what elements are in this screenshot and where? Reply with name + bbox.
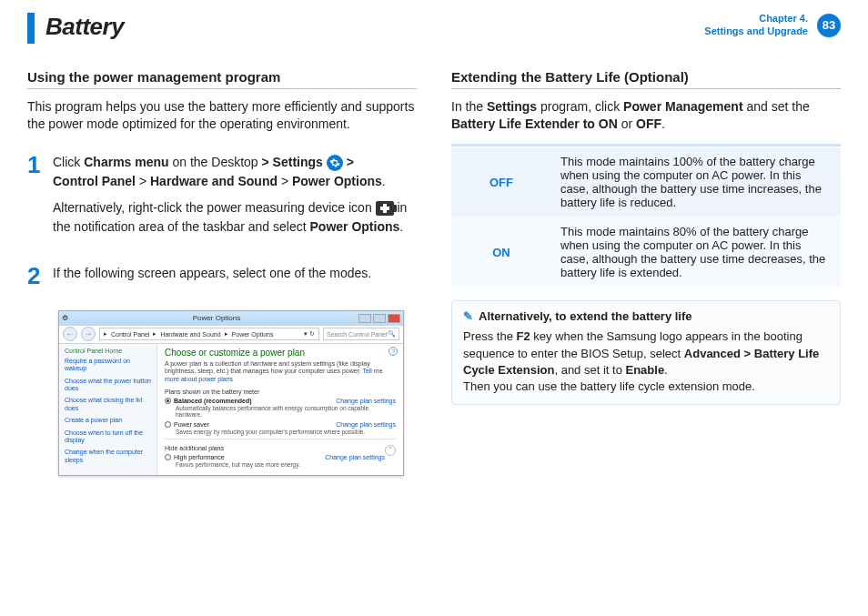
text: program, click [537, 99, 623, 114]
text-bold: Settings [269, 155, 327, 169]
mode-on-label: ON [451, 217, 551, 288]
text: > [278, 174, 292, 188]
step-2-number: 2 [27, 264, 44, 290]
text-bold: Power Options [310, 219, 400, 234]
nav-forward-button[interactable]: → [81, 327, 96, 341]
note-body: Press the F2 key when the Samsung logo a… [463, 328, 829, 395]
breadcrumb[interactable]: ▸ Control Panel ▸ Hardware and Sound ▸ P… [99, 328, 319, 340]
plan-highperf[interactable]: High performance Change plan settings [165, 454, 385, 460]
text-bold: Control Panel [53, 174, 136, 188]
text: In the [451, 99, 487, 114]
sidebar-link[interactable]: Choose what closing the lid does [65, 397, 151, 412]
text-bold: OFF [636, 116, 661, 131]
window-icon: ⚙ [62, 314, 75, 322]
sidebar-link[interactable]: Change when the computer sleeps [65, 449, 151, 464]
help-icon[interactable]: ? [389, 347, 398, 356]
battery-tray-icon [376, 201, 394, 216]
note-box: ✎ Alternatively, to extend the battery l… [451, 300, 841, 405]
text-bold: Charms menu [84, 155, 168, 169]
sidebar-link[interactable]: Choose what the power button does [65, 378, 151, 393]
text: Alternatively, right-click the power mea… [53, 200, 376, 215]
change-plan-link[interactable]: Change plan settings [336, 421, 396, 428]
step-1-number: 1 [27, 153, 44, 244]
mode-off-label: OFF [451, 147, 551, 217]
radio-icon[interactable] [165, 421, 171, 428]
text-bold: > [262, 155, 269, 169]
step-1: 1 Click Charms menu on the Desktop > Set… [27, 153, 417, 244]
text-bold: Hardware and Sound [150, 174, 278, 188]
power-options-window: ⚙ Power Options ← → ▸ Control Panel ▸ Ha… [58, 310, 404, 476]
chapter-label: Chapter 4. Settings and Upgrade [704, 13, 808, 38]
radio-icon[interactable] [165, 454, 171, 460]
table-row: OFF This mode maintains 100% of the batt… [451, 147, 841, 217]
text: . [661, 116, 665, 131]
radio-selected-icon[interactable] [165, 398, 171, 404]
text-bold: Settings [487, 99, 537, 114]
plan-name: Balanced (recommended) [174, 398, 252, 404]
page-number-badge: 83 [817, 14, 841, 37]
text: or [618, 116, 636, 131]
plan-balanced[interactable]: Balanced (recommended) Change plan setti… [165, 398, 396, 404]
text: . [399, 219, 403, 234]
main-heading: Choose or customize a power plan [165, 348, 396, 358]
text: . [382, 174, 386, 188]
settings-gear-icon [327, 155, 343, 171]
plan-desc: Saves energy by reducing your computer's… [176, 429, 396, 435]
text: Click [53, 155, 84, 169]
plan-powersaver[interactable]: Power saver Change plan settings [165, 421, 396, 428]
text-bold: Power Management [623, 99, 742, 114]
mode-table: OFF This mode maintains 100% of the batt… [451, 144, 841, 288]
text-bold: > [347, 155, 354, 169]
text: Then you can use the battery life cycle … [463, 379, 755, 393]
window-close-button[interactable] [388, 314, 400, 323]
window-min-button[interactable] [358, 314, 371, 323]
window-navbar: ← → ▸ Control Panel ▸ Hardware and Sound… [59, 326, 403, 344]
note-title: Alternatively, to extend the battery lif… [479, 308, 692, 325]
left-intro: This program helps you use the battery m… [27, 98, 417, 133]
left-column: Using the power management program This … [27, 69, 417, 476]
text: Press the [463, 329, 517, 343]
text-bold: Enable [625, 363, 664, 377]
text-bold: Battery Life Extender to ON [451, 116, 618, 131]
plan-desc: Automatically balances performance with … [176, 405, 396, 418]
text: , and set it to [554, 363, 625, 377]
collapse-icon[interactable]: ˄ [385, 445, 396, 456]
text-bold: Power Options [292, 174, 382, 188]
change-plan-link[interactable]: Change plan settings [336, 398, 396, 404]
text: . [664, 363, 668, 377]
window-main: ? Choose or customize a power plan A pow… [157, 344, 403, 475]
right-intro: In the Settings program, click Power Man… [451, 98, 841, 133]
main-desc: A power plan is a collection of hardware… [165, 360, 370, 374]
crumb-item: Control Panel [111, 331, 149, 338]
text: on the Desktop [169, 155, 262, 169]
mode-off-desc: This mode maintains 100% of the battery … [551, 147, 841, 217]
text: > [136, 174, 150, 188]
right-section-heading: Extending the Battery Life (Optional) [451, 69, 841, 89]
change-plan-link[interactable]: Change plan settings [325, 454, 385, 460]
chapter-line2: Settings and Upgrade [704, 25, 808, 38]
plan-name: High performance [174, 454, 225, 460]
page-title: Battery [45, 13, 124, 41]
text-bold: F2 [517, 329, 530, 343]
step-2: 2 If the following screen appears, selec… [27, 264, 417, 290]
chapter-line1: Chapter 4. [704, 13, 808, 25]
page-header: Battery Chapter 4. Settings and Upgrade … [27, 13, 841, 44]
text: and set the [743, 99, 810, 114]
plans-label: Plans shown on the battery meter [165, 389, 396, 395]
sidebar-link[interactable]: Choose when to turn off the display [65, 429, 151, 445]
mode-on-desc: This mode maintains 80% of the battery c… [551, 217, 841, 288]
plan-desc: Favors performance, but may use more ene… [176, 461, 396, 468]
search-placeholder: Search Control Panel [327, 331, 388, 338]
nav-back-button[interactable]: ← [63, 327, 77, 341]
window-titlebar: ⚙ Power Options [59, 311, 403, 326]
sidebar-link[interactable]: Create a power plan [65, 417, 151, 424]
table-row: ON This mode maintains 80% of the batter… [451, 217, 841, 288]
window-max-button[interactable] [373, 314, 386, 323]
step-1-body: Click Charms menu on the Desktop > Setti… [53, 153, 417, 244]
sidebar-home[interactable]: Control Panel Home [65, 348, 151, 354]
sidebar-link[interactable]: Require a password on wakeup [65, 358, 151, 373]
hide-plans-label[interactable]: Hide additional plans [165, 445, 224, 451]
right-column: Extending the Battery Life (Optional) In… [451, 69, 841, 476]
plan-name: Power saver [174, 421, 209, 428]
search-input[interactable]: Search Control Panel🔍 [323, 328, 399, 340]
